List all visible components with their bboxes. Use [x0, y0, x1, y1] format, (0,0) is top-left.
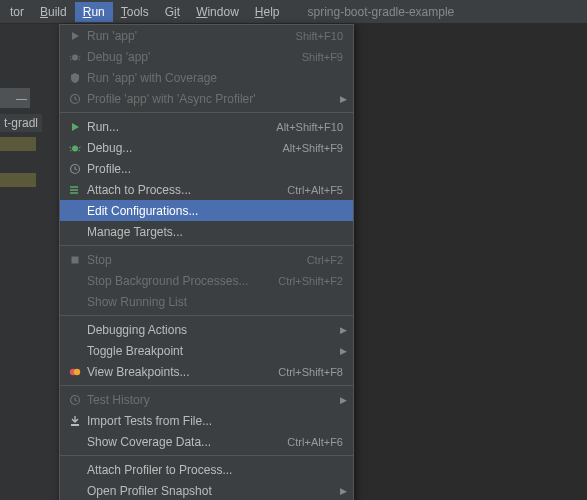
- chevron-right-icon: ▶: [340, 325, 347, 335]
- menu-item-label: Manage Targets...: [84, 225, 343, 239]
- svg-line-3: [70, 59, 72, 60]
- menu-item-label: Attach to Process...: [84, 183, 287, 197]
- menu-item-stop-background-processes: Stop Background Processes...Ctrl+Shift+F…: [60, 270, 353, 291]
- menu-item-import-tests-from-file[interactable]: Import Tests from File...: [60, 410, 353, 431]
- menu-item-label: Debug 'app': [84, 50, 302, 64]
- menu-tools[interactable]: Tools: [113, 2, 157, 22]
- sidebar: — t-gradl: [0, 24, 59, 500]
- menubar: torBuildRunToolsGitWindowHelpspring-boot…: [0, 0, 587, 24]
- menu-item-label: Test History: [84, 393, 343, 407]
- menu-item-run[interactable]: Run...Alt+Shift+F10: [60, 116, 353, 137]
- clock-icon: [66, 394, 84, 406]
- menu-item-label: Run...: [84, 120, 276, 134]
- menu-item-shortcut: Ctrl+Alt+F5: [287, 184, 343, 196]
- bug-green-icon: [66, 142, 84, 154]
- shield-icon: [66, 72, 84, 84]
- bug-icon: [66, 51, 84, 63]
- svg-point-14: [70, 192, 72, 194]
- menu-item-label: Stop Background Processes...: [84, 274, 278, 288]
- breakpoint-icon: [66, 366, 84, 378]
- menu-help[interactable]: Help: [247, 2, 288, 22]
- run-menu-dropdown: Run 'app'Shift+F10Debug 'app'Shift+F9Run…: [59, 24, 354, 500]
- sidebar-tab[interactable]: —: [0, 88, 30, 108]
- menu-separator: [60, 315, 353, 316]
- menu-item-shortcut: Ctrl+Shift+F2: [278, 275, 343, 287]
- clock-icon: [66, 93, 84, 105]
- menu-item-label: Debug...: [84, 141, 282, 155]
- menu-item-toggle-breakpoint[interactable]: Toggle Breakpoint▶: [60, 340, 353, 361]
- sidebar-highlight: [0, 137, 36, 151]
- menu-item-attach-profiler-to-process[interactable]: Attach Profiler to Process...: [60, 459, 353, 480]
- menu-item-shortcut: Ctrl+Shift+F8: [278, 366, 343, 378]
- play-icon: [66, 30, 84, 42]
- chevron-right-icon: ▶: [340, 486, 347, 496]
- menu-item-edit-configurations[interactable]: Edit Configurations...: [60, 200, 353, 221]
- menu-separator: [60, 455, 353, 456]
- menu-window[interactable]: Window: [188, 2, 247, 22]
- menu-item-label: View Breakpoints...: [84, 365, 278, 379]
- svg-line-8: [79, 147, 81, 148]
- menu-item-label: Profile 'app' with 'Async Profiler': [84, 92, 343, 106]
- menu-item-run-app: Run 'app'Shift+F10: [60, 25, 353, 46]
- menu-item-label: Debugging Actions: [84, 323, 343, 337]
- import-icon: [66, 415, 84, 427]
- menu-item-label: Profile...: [84, 162, 343, 176]
- menu-item-run-app-with-coverage: Run 'app' with Coverage: [60, 67, 353, 88]
- menu-item-profile[interactable]: Profile...: [60, 158, 353, 179]
- menu-item-label: Toggle Breakpoint: [84, 344, 343, 358]
- menu-item-show-coverage-data[interactable]: Show Coverage Data...Ctrl+Alt+F6: [60, 431, 353, 452]
- chevron-right-icon: ▶: [340, 94, 347, 104]
- menu-tor[interactable]: tor: [2, 2, 32, 22]
- play-green-icon: [66, 121, 84, 133]
- menu-build[interactable]: Build: [32, 2, 75, 22]
- svg-line-4: [79, 59, 81, 60]
- menu-item-view-breakpoints[interactable]: View Breakpoints...Ctrl+Shift+F8: [60, 361, 353, 382]
- svg-point-0: [72, 54, 78, 60]
- sidebar-file-fragment: t-gradl: [0, 114, 42, 132]
- menu-item-label: Attach Profiler to Process...: [84, 463, 343, 477]
- menu-separator: [60, 245, 353, 246]
- menu-item-test-history: Test History▶: [60, 389, 353, 410]
- clock-green-icon: [66, 163, 84, 175]
- menu-item-label: Stop: [84, 253, 307, 267]
- svg-line-10: [79, 150, 81, 151]
- menu-git[interactable]: Git: [157, 2, 188, 22]
- menu-item-debug-app: Debug 'app'Shift+F9: [60, 46, 353, 67]
- menu-item-label: Show Running List: [84, 295, 343, 309]
- svg-line-2: [79, 56, 81, 57]
- svg-point-12: [70, 186, 72, 188]
- menu-item-show-running-list: Show Running List: [60, 291, 353, 312]
- menu-item-debugging-actions[interactable]: Debugging Actions▶: [60, 319, 353, 340]
- menu-item-open-profiler-snapshot[interactable]: Open Profiler Snapshot▶: [60, 480, 353, 500]
- menu-item-label: Open Profiler Snapshot: [84, 484, 343, 498]
- menu-separator: [60, 112, 353, 113]
- menu-item-label: Show Coverage Data...: [84, 435, 287, 449]
- menu-item-shortcut: Shift+F10: [296, 30, 343, 42]
- svg-point-17: [74, 368, 80, 374]
- menu-item-shortcut: Alt+Shift+F10: [276, 121, 343, 133]
- menu-item-label: Run 'app': [84, 29, 296, 43]
- chevron-right-icon: ▶: [340, 395, 347, 405]
- menu-item-manage-targets[interactable]: Manage Targets...: [60, 221, 353, 242]
- menu-item-shortcut: Alt+Shift+F9: [282, 142, 343, 154]
- svg-rect-15: [72, 256, 79, 263]
- menu-item-label: Edit Configurations...: [84, 204, 343, 218]
- menu-item-shortcut: Shift+F9: [302, 51, 343, 63]
- menu-separator: [60, 385, 353, 386]
- attach-icon: [66, 184, 84, 196]
- menu-item-shortcut: Ctrl+Alt+F6: [287, 436, 343, 448]
- svg-line-1: [70, 56, 72, 57]
- menu-item-label: Import Tests from File...: [84, 414, 343, 428]
- svg-line-7: [70, 147, 72, 148]
- svg-point-6: [72, 145, 78, 151]
- menu-item-debug[interactable]: Debug...Alt+Shift+F9: [60, 137, 353, 158]
- menu-item-shortcut: Ctrl+F2: [307, 254, 343, 266]
- project-name: spring-boot-gradle-example: [288, 5, 455, 19]
- menu-item-label: Run 'app' with Coverage: [84, 71, 343, 85]
- menu-run[interactable]: Run: [75, 2, 113, 22]
- svg-line-9: [70, 150, 72, 151]
- chevron-right-icon: ▶: [340, 346, 347, 356]
- menu-item-attach-to-process[interactable]: Attach to Process...Ctrl+Alt+F5: [60, 179, 353, 200]
- stop-icon: [66, 254, 84, 266]
- menu-item-profile-app-with-async-profiler: Profile 'app' with 'Async Profiler'▶: [60, 88, 353, 109]
